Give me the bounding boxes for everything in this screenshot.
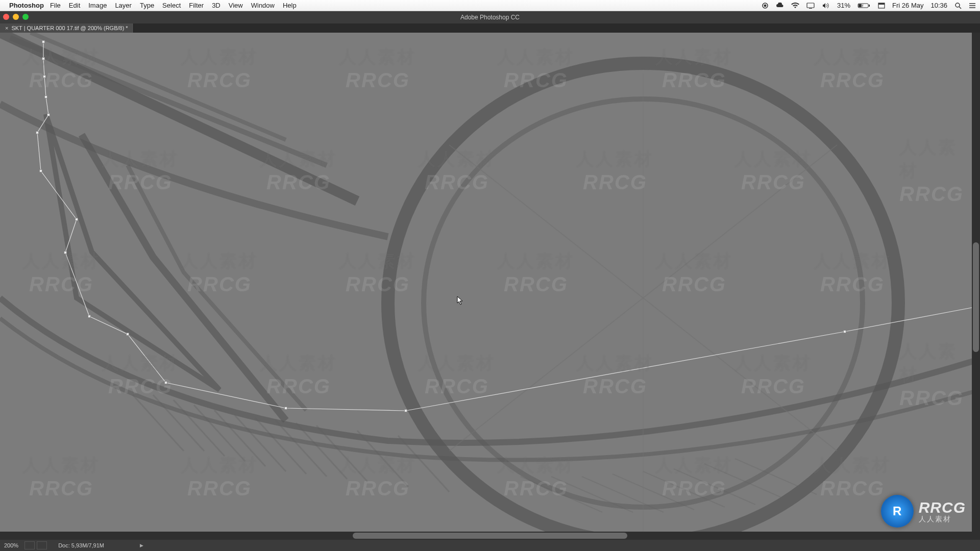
svg-rect-8 xyxy=(878,3,885,5)
document-tab-label: SKT | QUARTER 000 17.tif @ 200% (RGB/8) … xyxy=(11,25,128,31)
svg-rect-3 xyxy=(809,8,812,9)
minimize-window-button[interactable] xyxy=(13,14,19,20)
vertical-scroll-thumb[interactable] xyxy=(973,242,979,352)
app-title: Adobe Photoshop CC xyxy=(460,14,520,21)
menu-3d[interactable]: 3D xyxy=(212,2,220,9)
horizontal-scrollbar[interactable] xyxy=(0,532,980,540)
record-icon[interactable] xyxy=(762,2,769,9)
document-tab[interactable]: × SKT | QUARTER 000 17.tif @ 200% (RGB/8… xyxy=(0,23,134,33)
menu-filter[interactable]: Filter xyxy=(189,2,204,9)
svg-point-9 xyxy=(955,3,960,7)
menu-layer[interactable]: Layer xyxy=(115,2,132,9)
mac-menubar: Photoshop File Edit Image Layer Type Sel… xyxy=(0,0,980,11)
display-icon[interactable] xyxy=(806,3,815,9)
status-preview-button-2[interactable] xyxy=(37,541,47,549)
document-canvas[interactable]: 人人素材RRCG人人素材RRCG人人素材RRCG人人素材RRCG人人素材RRCG… xyxy=(0,33,980,540)
menu-icon[interactable] xyxy=(969,3,976,9)
status-preview-button[interactable] xyxy=(24,541,35,549)
svg-rect-2 xyxy=(807,3,814,8)
menu-select[interactable]: Select xyxy=(162,2,181,9)
sketch-content xyxy=(0,33,980,540)
spotlight-icon[interactable] xyxy=(954,2,962,9)
volume-icon[interactable] xyxy=(822,3,830,9)
menu-edit[interactable]: Edit xyxy=(69,2,80,9)
badge-title: RRCG xyxy=(919,499,966,516)
svg-rect-5 xyxy=(859,4,862,7)
mac-status-area: 31% Fri 26 May 10:36 xyxy=(762,2,976,9)
menu-file[interactable]: File xyxy=(50,2,61,9)
cloud-icon[interactable] xyxy=(776,3,784,9)
app-name[interactable]: Photoshop xyxy=(9,2,44,9)
close-tab-icon[interactable]: × xyxy=(5,25,8,31)
close-window-button[interactable] xyxy=(3,14,9,20)
watermark-badge: R RRCG 人人素材 xyxy=(881,495,966,528)
vertical-scrollbar[interactable] xyxy=(972,33,980,532)
document-tab-strip: × SKT | QUARTER 000 17.tif @ 200% (RGB/8… xyxy=(0,23,980,33)
wifi-icon[interactable] xyxy=(791,3,799,9)
svg-line-10 xyxy=(959,7,961,9)
clock-date[interactable]: Fri 26 May xyxy=(892,2,923,9)
svg-rect-6 xyxy=(869,5,870,7)
clock-time[interactable]: 10:36 xyxy=(930,2,947,9)
menu-type[interactable]: Type xyxy=(140,2,154,9)
zoom-level[interactable]: 200% xyxy=(0,542,22,548)
badge-subtitle: 人人素材 xyxy=(919,515,966,523)
status-bar: 200% Doc: 5,93M/7,91M ▶ xyxy=(0,540,980,551)
battery-icon[interactable] xyxy=(857,3,871,9)
window-controls xyxy=(3,14,29,20)
document-info[interactable]: Doc: 5,93M/7,91M xyxy=(58,542,104,548)
menu-image[interactable]: Image xyxy=(88,2,107,9)
battery-percent: 31% xyxy=(837,2,850,9)
badge-logo-icon: R xyxy=(881,495,914,528)
menu-view[interactable]: View xyxy=(229,2,243,9)
menu-help[interactable]: Help xyxy=(283,2,297,9)
app-titlebar: Adobe Photoshop CC xyxy=(0,11,980,23)
status-flyout-icon[interactable]: ▶ xyxy=(140,543,143,548)
svg-point-1 xyxy=(764,4,767,7)
menu-window[interactable]: Window xyxy=(251,2,275,9)
horizontal-scroll-thumb[interactable] xyxy=(353,533,627,539)
zoom-window-button[interactable] xyxy=(22,14,29,20)
fullscreen-icon[interactable] xyxy=(878,3,885,9)
